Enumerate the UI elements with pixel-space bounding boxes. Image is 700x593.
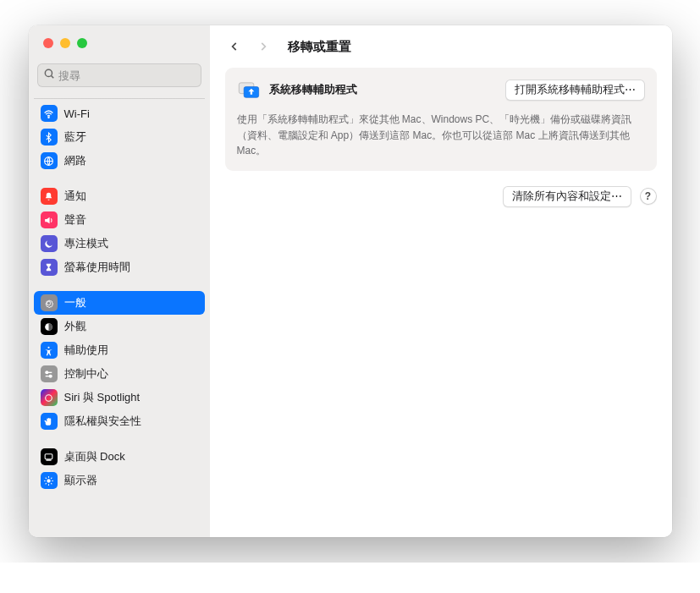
sidebar-item-label: 控制中心 <box>64 366 108 382</box>
sidebar-item-label: 專注模式 <box>64 236 108 251</box>
sidebar-item-label: 藍牙 <box>64 129 86 145</box>
migration-assistant-icon <box>237 78 261 102</box>
content: 系統移轉輔助程式 打開系統移轉輔助程式⋯ 使用「系統移轉輔助程式」來從其他 Ma… <box>210 68 672 222</box>
sidebar-item-label: Wi-Fi <box>64 107 90 120</box>
sidebar-item-siri[interactable]: Siri 與 Spotlight <box>34 386 205 409</box>
hourglass-icon <box>41 259 58 276</box>
sidebar-item-general[interactable]: 一般 <box>34 291 205 315</box>
sidebar-item-network[interactable]: 網路 <box>34 149 205 173</box>
card-description: 使用「系統移轉輔助程式」來從其他 Mac、Windows PC、「時光機」備份或… <box>237 112 645 159</box>
main-panel: 移轉或重置 系統移轉輔助程式 打開系統移轉輔助程式⋯ 使 <box>210 25 672 537</box>
svg-point-0 <box>45 69 52 76</box>
hand-icon <box>41 413 58 430</box>
sidebar-item-label: 網路 <box>64 153 86 168</box>
sidebar-item-label: 一般 <box>64 295 86 310</box>
close-window-button[interactable] <box>43 38 53 48</box>
sound-icon <box>41 211 58 228</box>
sidebar-item-label: 外觀 <box>64 319 86 334</box>
migration-card: 系統移轉輔助程式 打開系統移轉輔助程式⋯ 使用「系統移轉輔助程式」來從其他 Ma… <box>225 68 657 171</box>
svg-rect-11 <box>45 453 52 458</box>
back-button[interactable] <box>225 37 244 56</box>
sidebar-item-wifi[interactable]: Wi-Fi <box>34 102 205 125</box>
svg-line-18 <box>46 477 47 478</box>
search-input[interactable] <box>58 69 196 82</box>
svg-point-7 <box>46 371 48 373</box>
sidebar-item-label: 顯示器 <box>64 473 97 488</box>
svg-line-19 <box>51 483 52 484</box>
sidebar-item-label: 通知 <box>64 189 86 204</box>
svg-line-1 <box>51 76 53 79</box>
bluetooth-icon <box>41 129 58 146</box>
search-field[interactable] <box>37 63 201 87</box>
forward-button[interactable] <box>254 37 273 56</box>
sidebar-item-dock[interactable]: 桌面與 Dock <box>34 445 205 469</box>
search-icon <box>43 68 55 83</box>
svg-point-10 <box>46 394 52 401</box>
divider <box>34 98 205 99</box>
sidebar-item-label: 聲音 <box>64 212 86 228</box>
maximize-window-button[interactable] <box>77 38 87 48</box>
gear-icon <box>41 294 58 311</box>
sidebar-item-label: Siri 與 Spotlight <box>64 390 141 405</box>
sidebar-group-general: 一般 外觀 輔助使用 <box>34 291 205 433</box>
svg-point-2 <box>48 117 49 118</box>
help-button[interactable]: ? <box>640 188 657 205</box>
sidebar-item-sound[interactable]: 聲音 <box>34 208 205 232</box>
sidebar-item-label: 螢幕使用時間 <box>64 260 130 275</box>
dock-icon <box>41 448 58 465</box>
minimize-window-button[interactable] <box>60 38 70 48</box>
sidebar-group-alerts: 通知 聲音 專注模式 <box>34 184 205 279</box>
svg-point-5 <box>47 346 49 348</box>
svg-point-9 <box>49 375 52 377</box>
sidebar-item-appearance[interactable]: 外觀 <box>34 315 205 338</box>
page-title: 移轉或重置 <box>288 39 351 55</box>
sidebar-item-screentime[interactable]: 螢幕使用時間 <box>34 255 205 279</box>
siri-icon <box>41 389 58 406</box>
sidebar-group-network: Wi-Fi 藍牙 網路 <box>34 102 205 173</box>
globe-icon <box>41 152 58 169</box>
svg-rect-12 <box>46 459 52 461</box>
sidebar-item-privacy[interactable]: 隱私權與安全性 <box>34 409 205 433</box>
sidebar-group-desktop: 桌面與 Dock 顯示器 <box>34 445 205 492</box>
action-row: 清除所有內容和設定⋯ ? <box>225 186 657 207</box>
sidebar-item-displays[interactable]: 顯示器 <box>34 469 205 492</box>
svg-point-13 <box>47 479 50 482</box>
wifi-icon <box>41 105 58 122</box>
search-container <box>29 63 210 94</box>
sidebar-item-control-center[interactable]: 控制中心 <box>34 362 205 386</box>
card-header: 系統移轉輔助程式 打開系統移轉輔助程式⋯ <box>237 78 645 102</box>
open-migration-assistant-button[interactable]: 打開系統移轉輔助程式⋯ <box>505 80 645 101</box>
svg-line-21 <box>46 483 47 484</box>
sidebar-item-accessibility[interactable]: 輔助使用 <box>34 338 205 362</box>
svg-line-20 <box>51 477 52 478</box>
moon-icon <box>41 235 58 252</box>
erase-all-button[interactable]: 清除所有內容和設定⋯ <box>503 186 631 207</box>
accessibility-icon <box>41 342 58 359</box>
switches-icon <box>41 365 58 382</box>
toolbar: 移轉或重置 <box>210 25 672 68</box>
sidebar-item-notifications[interactable]: 通知 <box>34 184 205 208</box>
bell-icon <box>41 188 58 205</box>
sidebar-item-focus[interactable]: 專注模式 <box>34 232 205 255</box>
sidebar-item-label: 隱私權與安全性 <box>64 414 141 429</box>
appearance-icon <box>41 318 58 335</box>
sidebar-item-bluetooth[interactable]: 藍牙 <box>34 125 205 149</box>
traffic-lights <box>29 25 210 63</box>
sidebar-item-label: 桌面與 Dock <box>64 449 125 464</box>
card-title: 系統移轉輔助程式 <box>269 82 497 97</box>
display-icon <box>41 472 58 489</box>
sidebar: Wi-Fi 藍牙 網路 <box>29 25 210 537</box>
sidebar-item-label: 輔助使用 <box>64 343 108 358</box>
sidebar-scroll[interactable]: Wi-Fi 藍牙 網路 <box>29 94 210 537</box>
settings-window: Wi-Fi 藍牙 網路 <box>29 25 672 537</box>
